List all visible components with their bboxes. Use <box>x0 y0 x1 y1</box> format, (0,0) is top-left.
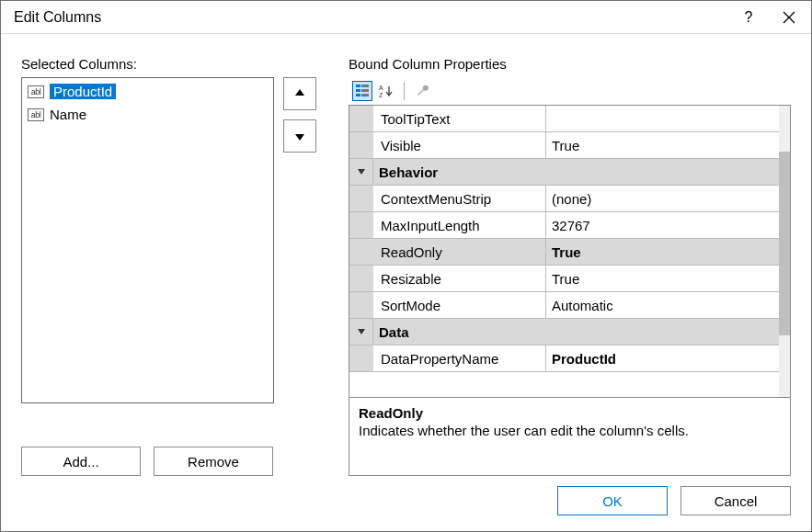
move-up-button[interactable] <box>283 77 316 110</box>
selected-columns-list[interactable]: abl ProductId abl Name <box>21 77 274 403</box>
property-category[interactable]: Behavior <box>349 159 790 186</box>
svg-text:A: A <box>379 85 383 91</box>
svg-rect-0 <box>356 85 360 87</box>
property-row[interactable]: ToolTipText <box>349 106 790 132</box>
description-text: Indicates whether the user can edit the … <box>359 423 781 438</box>
property-gutter <box>349 132 373 158</box>
property-gutter <box>349 212 373 238</box>
property-name: ContextMenuStrip <box>373 186 546 211</box>
property-row[interactable]: ResizableTrue <box>349 266 790 292</box>
property-description: ReadOnly Indicates whether the user can … <box>349 398 791 476</box>
expand-icon[interactable] <box>349 159 373 185</box>
edit-columns-dialog: Edit Columns ? Selected Columns: abl Pro… <box>0 0 812 532</box>
categorized-button[interactable] <box>352 81 372 101</box>
property-name: Resizable <box>373 266 546 291</box>
property-value[interactable]: 32767 <box>546 212 790 238</box>
category-name: Data <box>373 319 790 345</box>
list-item-label: ProductId <box>50 84 116 99</box>
titlebar: Edit Columns ? <box>1 1 811 34</box>
property-gutter <box>349 266 373 291</box>
reorder-buttons <box>283 77 316 424</box>
alphabetical-button[interactable]: A Z <box>376 81 396 101</box>
property-value[interactable]: Automatic <box>546 292 790 318</box>
help-button[interactable]: ? <box>728 3 769 32</box>
property-grid[interactable]: ToolTipTextVisibleTrueBehaviorContextMen… <box>349 105 791 398</box>
column-buttons-row: Add... Remove <box>21 447 332 476</box>
close-button[interactable] <box>769 3 809 32</box>
list-item[interactable]: abl ProductId <box>24 80 271 103</box>
description-title: ReadOnly <box>359 405 781 421</box>
property-name: MaxInputLength <box>373 212 546 238</box>
move-down-button[interactable] <box>283 119 316 153</box>
content: Selected Columns: abl ProductId abl Name <box>1 34 811 481</box>
property-gutter <box>349 292 373 318</box>
property-gutter <box>349 186 373 211</box>
property-category[interactable]: Data <box>349 319 790 345</box>
selected-columns-heading: Selected Columns: <box>21 56 332 72</box>
add-button[interactable]: Add... <box>21 447 141 476</box>
property-name: DataPropertyName <box>373 345 546 371</box>
property-name: ReadOnly <box>373 239 546 265</box>
svg-text:Z: Z <box>379 92 383 98</box>
property-gutter <box>349 239 373 265</box>
selected-columns-pane: Selected Columns: abl ProductId abl Name <box>21 56 332 476</box>
textbox-column-icon: abl <box>28 85 44 98</box>
property-name: Visible <box>373 132 546 158</box>
properties-heading: Bound Column Properties <box>349 56 791 72</box>
cancel-button[interactable]: Cancel <box>680 486 791 515</box>
list-item-label: Name <box>50 107 86 122</box>
svg-rect-2 <box>356 89 360 92</box>
textbox-column-icon: abl <box>28 108 44 121</box>
property-name: SortMode <box>373 292 546 318</box>
property-gutter <box>349 106 373 131</box>
property-row[interactable]: DataPropertyNameProductId <box>349 345 790 372</box>
svg-rect-1 <box>361 85 369 87</box>
toolbar-separator <box>404 82 405 100</box>
property-value[interactable]: ProductId <box>546 345 790 371</box>
property-row[interactable]: ReadOnlyTrue <box>349 239 790 266</box>
property-value[interactable]: (none) <box>546 186 790 211</box>
property-row[interactable]: VisibleTrue <box>349 132 790 159</box>
property-row[interactable]: SortModeAutomatic <box>349 292 790 319</box>
property-value[interactable]: True <box>546 266 790 291</box>
expand-icon[interactable] <box>349 319 373 345</box>
svg-rect-5 <box>361 94 369 96</box>
window-title: Edit Columns <box>14 9 101 26</box>
scrollbar-thumb[interactable] <box>779 152 790 335</box>
remove-button[interactable]: Remove <box>154 447 273 476</box>
property-row[interactable]: ContextMenuStrip(none) <box>349 186 790 212</box>
property-name: ToolTipText <box>373 106 546 131</box>
properties-pane: Bound Column Properties A Z <box>349 56 791 476</box>
property-value[interactable]: True <box>546 132 790 158</box>
property-pages-button[interactable] <box>412 81 432 101</box>
category-name: Behavior <box>373 159 790 185</box>
property-value[interactable] <box>546 106 790 131</box>
property-row[interactable]: MaxInputLength32767 <box>349 212 790 239</box>
svg-rect-3 <box>361 89 369 92</box>
property-value[interactable]: True <box>546 239 790 265</box>
properties-toolbar: A Z <box>349 77 791 105</box>
scrollbar-track[interactable] <box>779 106 790 397</box>
ok-button[interactable]: OK <box>557 486 668 515</box>
dialog-footer: OK Cancel <box>1 481 811 531</box>
property-gutter <box>349 345 373 371</box>
selected-columns-body: abl ProductId abl Name <box>21 77 332 424</box>
titlebar-buttons: ? <box>728 1 809 33</box>
svg-rect-4 <box>356 94 360 96</box>
list-item[interactable]: abl Name <box>24 103 271 126</box>
